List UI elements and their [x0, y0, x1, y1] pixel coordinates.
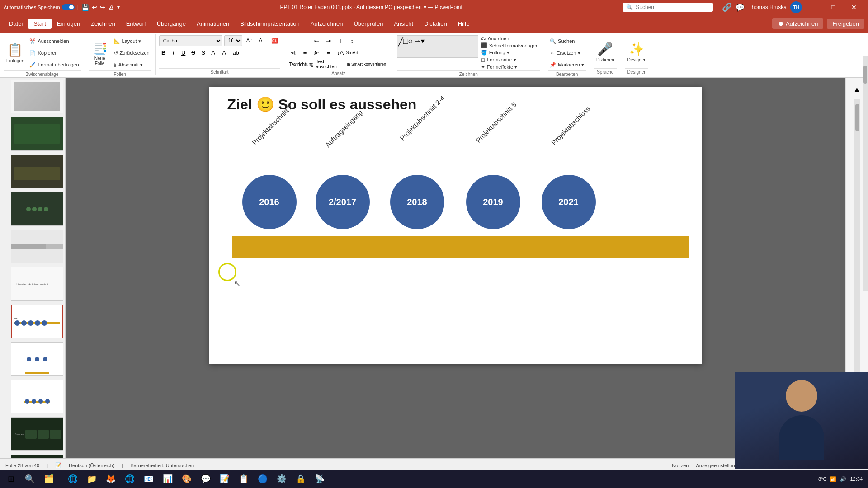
- slide-31-thumb[interactable]: Gruppen: [11, 417, 63, 451]
- saved-caret[interactable]: ▾: [424, 4, 426, 10]
- close-btn[interactable]: ✕: [844, 0, 864, 14]
- underline-btn[interactable]: U: [179, 47, 188, 58]
- font-family-select[interactable]: Calibri: [159, 35, 222, 46]
- user-avatar[interactable]: TH: [790, 1, 802, 13]
- menu-zeichnen[interactable]: Zeichnen: [85, 19, 120, 29]
- text-direction-btn2[interactable]: Textrichtung: [288, 59, 315, 70]
- redo-icon[interactable]: ↪: [100, 4, 105, 11]
- slide-22-thumb[interactable]: [11, 80, 63, 113]
- slide-24-thumb[interactable]: [11, 155, 63, 188]
- print-icon[interactable]: 🖨: [108, 4, 114, 11]
- new-slide-btn[interactable]: 📑 NeueFolie: [89, 35, 111, 70]
- paint-btn[interactable]: 🎨: [178, 471, 196, 487]
- char-spacing-btn[interactable]: A: [209, 47, 218, 58]
- copy-btn[interactable]: 📄 Kopieren: [28, 50, 80, 56]
- italic-btn[interactable]: I: [169, 47, 178, 58]
- shape-oval[interactable]: ○: [408, 37, 413, 56]
- fill-btn[interactable]: 🪣 Füllung ▾: [479, 49, 540, 56]
- slide-26-thumb[interactable]: [11, 230, 63, 263]
- arrange-btn[interactable]: 🗂 Anordnen: [479, 35, 540, 42]
- designer-btn[interactable]: ✨ Designer: [625, 35, 648, 68]
- strikethrough-btn[interactable]: S: [189, 47, 198, 58]
- indent-right-btn[interactable]: ⇥: [323, 35, 334, 46]
- text-direction-btn[interactable]: ↕A: [335, 47, 346, 58]
- slide-28-thumb[interactable]: Ziel: [11, 305, 63, 338]
- menu-einfuegen[interactable]: Einfügen: [52, 19, 85, 29]
- autosave-pill[interactable]: [62, 4, 75, 10]
- shape-arrow[interactable]: →: [413, 37, 421, 56]
- slide-23-thumb[interactable]: [11, 117, 63, 151]
- share-icon[interactable]: 🔗: [722, 2, 732, 12]
- share-button[interactable]: Freigeben: [827, 19, 864, 29]
- align-left-btn[interactable]: ⫷: [288, 47, 299, 58]
- quick-styles-btn[interactable]: ⬛ Schnellformatvorlagen: [479, 42, 540, 49]
- paste-btn[interactable]: 📋 Einfügen: [4, 35, 27, 70]
- app3-btn[interactable]: 🔵: [254, 471, 272, 487]
- list-numbered-btn[interactable]: ≡: [300, 35, 311, 46]
- explorer-btn[interactable]: 📁: [83, 471, 101, 487]
- menu-hilfe[interactable]: Hilfe: [453, 19, 475, 29]
- menu-bildschirm[interactable]: Bildschirmpräsentation: [235, 19, 305, 29]
- global-search-bar[interactable]: 🔍: [623, 3, 713, 12]
- list-bullets-btn[interactable]: ≡: [288, 35, 299, 46]
- notes-icon[interactable]: 📝: [55, 462, 61, 468]
- cut-btn[interactable]: ✂️ Ausschneiden: [28, 38, 80, 45]
- taskbar-sound[interactable]: 🔊: [840, 476, 846, 482]
- app2-btn[interactable]: 📋: [235, 471, 253, 487]
- font-increase-btn[interactable]: A↑: [244, 35, 255, 46]
- font-size-select[interactable]: 16: [224, 35, 242, 46]
- shape-line[interactable]: ╱: [398, 37, 403, 56]
- find-btn[interactable]: 🔍 Suchen: [548, 38, 586, 45]
- slide-30-thumb[interactable]: [11, 380, 63, 413]
- effects-btn[interactable]: ✦ Formeffekte ▾: [479, 64, 540, 70]
- menu-ueberpruefen[interactable]: Überprüfen: [348, 19, 388, 29]
- shape-more[interactable]: ▾: [421, 37, 425, 56]
- dictate-btn[interactable]: 🎤 Diktieren: [594, 35, 617, 68]
- app4-btn[interactable]: ⚙️: [273, 471, 291, 487]
- chrome-btn[interactable]: 🌐: [121, 471, 139, 487]
- firefox-btn[interactable]: 🦊: [102, 471, 120, 487]
- save-icon[interactable]: 💾: [81, 4, 89, 11]
- align-right-btn[interactable]: ⫸: [311, 47, 322, 58]
- menu-datei[interactable]: Datei: [4, 19, 28, 29]
- mail-btn[interactable]: 📧: [140, 471, 158, 487]
- layout-btn[interactable]: 📐 Layout ▾: [112, 38, 151, 45]
- powerpoint-btn[interactable]: 📊: [159, 471, 177, 487]
- highlight-btn[interactable]: ab: [231, 47, 241, 58]
- teams-btn[interactable]: 💬: [197, 471, 215, 487]
- format-painter-btn[interactable]: 🖌️ Format übertragen: [28, 61, 80, 68]
- comments-icon[interactable]: 💬: [736, 3, 745, 12]
- font-color-btn[interactable]: A: [219, 47, 230, 58]
- start-btn[interactable]: ⊞: [2, 471, 20, 487]
- reset-btn[interactable]: ↺ Zurücksetzen: [112, 50, 151, 56]
- menu-ansicht[interactable]: Ansicht: [388, 19, 419, 29]
- minimize-btn[interactable]: —: [802, 0, 823, 14]
- replace-btn[interactable]: ↔ Ersetzen ▾: [548, 50, 586, 56]
- convert-smartart-btn[interactable]: In SmArt konvertieren: [344, 59, 389, 70]
- slide-27-thumb[interactable]: Hinweise zu Animieren von text: [11, 267, 63, 301]
- taskview-btn[interactable]: 🗂️: [40, 471, 58, 487]
- outline-btn[interactable]: ◻ Formkontur ▾: [479, 56, 540, 63]
- shape-rect[interactable]: □: [403, 37, 408, 56]
- slide-25-thumb[interactable]: [11, 192, 63, 226]
- maximize-btn[interactable]: □: [823, 0, 844, 14]
- menu-entwurf[interactable]: Entwurf: [121, 19, 151, 29]
- slide-29-thumb[interactable]: [11, 342, 63, 376]
- font-decrease-btn[interactable]: A↓: [257, 35, 268, 46]
- search-input[interactable]: [636, 4, 708, 10]
- clear-format-btn[interactable]: 🆑: [269, 35, 280, 46]
- menu-uebergaenge[interactable]: Übergänge: [151, 19, 191, 29]
- v-scroll-thumb[interactable]: [855, 104, 859, 131]
- columns-btn[interactable]: ⫿: [335, 35, 346, 46]
- justify-btn[interactable]: ≡: [323, 47, 334, 58]
- indent-left-btn[interactable]: ⇤: [311, 35, 322, 46]
- section-btn[interactable]: § Abschnitt ▾: [112, 61, 151, 68]
- bold-btn[interactable]: B: [159, 47, 168, 58]
- app6-btn[interactable]: 📡: [311, 471, 329, 487]
- menu-start[interactable]: Start: [28, 19, 51, 29]
- notes-btn[interactable]: Notizen: [672, 463, 689, 468]
- smartart-btn[interactable]: SmArt: [347, 47, 358, 58]
- select-btn[interactable]: 📌 Markieren ▾: [548, 61, 586, 68]
- line-spacing-btn[interactable]: ↕: [347, 35, 358, 46]
- app5-btn[interactable]: 🔒: [292, 471, 310, 487]
